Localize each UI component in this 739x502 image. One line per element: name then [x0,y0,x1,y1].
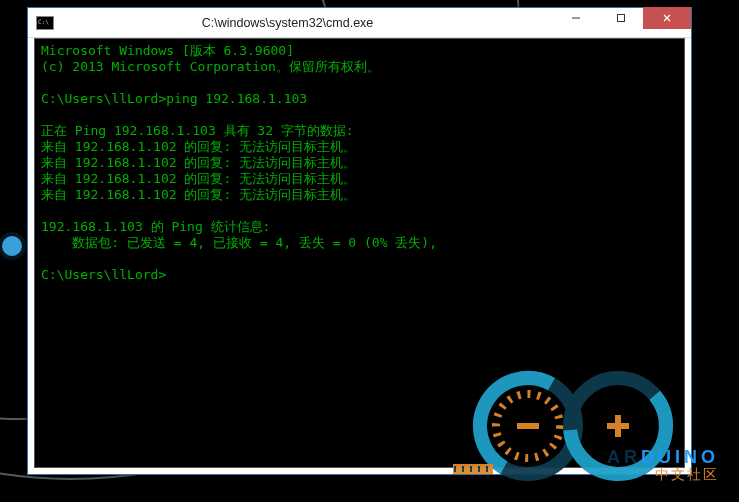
window-controls [553,8,691,37]
titlebar[interactable]: C:\windows\system32\cmd.exe [28,8,691,38]
minimize-button[interactable] [553,7,598,29]
terminal-output[interactable]: Microsoft Windows [版本 6.3.9600] (c) 2013… [34,38,685,468]
svg-rect-1 [617,15,624,22]
cmd-window: C:\windows\system32\cmd.exe Microsoft Wi… [27,7,692,475]
close-button[interactable] [643,7,691,29]
window-title: C:\windows\system32\cmd.exe [62,16,553,30]
cmd-icon [36,16,54,30]
maximize-button[interactable] [598,7,643,29]
